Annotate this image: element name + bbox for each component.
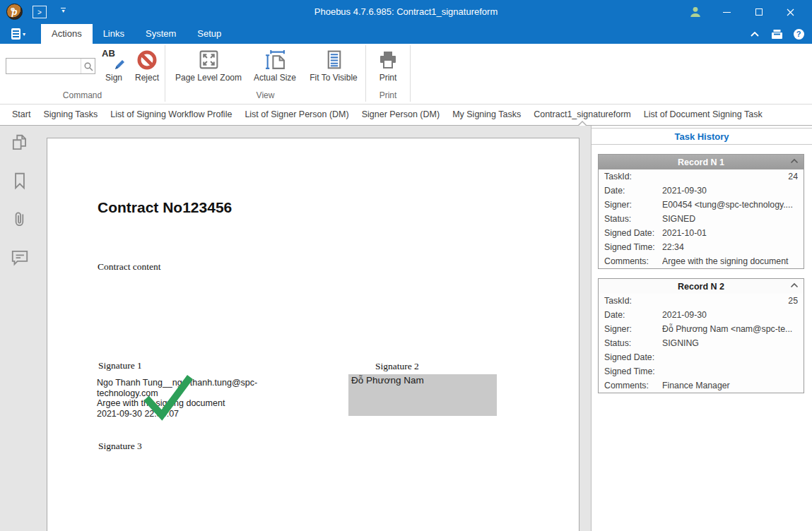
app-menu-button[interactable]: ▾ <box>11 27 33 41</box>
print-button[interactable]: Print <box>370 45 406 90</box>
help-icon: ? <box>794 29 804 40</box>
record1-taskid-row: TaskId: 24 <box>599 169 804 184</box>
sign-button[interactable]: AB Sign <box>98 45 129 90</box>
tab-contract1-signatureform[interactable]: Contract1_signatureform <box>527 105 637 125</box>
record1-status-row: Status: SIGNED <box>599 212 804 226</box>
record2-date-row: Date: 2021-09-30 <box>599 308 804 322</box>
minimize-icon <box>723 12 731 13</box>
tab-list-of-document-signing-task[interactable]: List of Document Signing Task <box>637 105 769 125</box>
main-area: Contract No123456 Contract content Signa… <box>0 126 812 531</box>
bookmark-icon[interactable] <box>10 171 30 191</box>
record2-taskid-row: TaskId: 25 <box>599 294 804 308</box>
reject-button[interactable]: Reject <box>129 45 165 90</box>
ribbon-tab-row: ▾ Actions Links System Setup ? <box>0 24 812 44</box>
signature3-label: Signature 3 <box>98 441 142 452</box>
search-icon[interactable] <box>81 59 95 73</box>
fit-to-visible-button[interactable]: Fit To Visible <box>302 45 365 90</box>
signature2-field[interactable]: Đỗ Phương Nam <box>348 374 497 416</box>
task-history-title: Task History <box>592 128 812 145</box>
window-layout-button[interactable] <box>770 28 783 40</box>
tab-my-signing-tasks[interactable]: My Signing Tasks <box>446 105 527 125</box>
signature2-label: Signature 2 <box>375 361 419 372</box>
actual-size-button[interactable]: Actual Size <box>248 45 302 90</box>
record2-comments-row: Comments: Finance Manager <box>599 378 804 393</box>
tab-list-of-signer-person-dm[interactable]: List of Signer Person (DM) <box>238 105 355 125</box>
document-tools-sidebar <box>10 133 30 267</box>
contract-content-label: Contract content <box>98 261 161 273</box>
reject-label: Reject <box>135 73 159 83</box>
maximize-button[interactable] <box>743 0 775 24</box>
ribbon-tab-actions[interactable]: Actions <box>41 24 93 44</box>
record1-comments-row: Comments: Argee with the signing documen… <box>599 254 804 268</box>
ribbon-search <box>6 58 95 74</box>
actual-size-icon <box>264 49 286 71</box>
sign-icon: AB <box>101 48 126 71</box>
fit-to-visible-label: Fit To Visible <box>310 73 358 83</box>
task-history-record-1: Record N 1 TaskId: 24 Date: 2021-09-30 S… <box>598 154 804 269</box>
page-level-zoom-label: Page Level Zoom <box>175 73 242 83</box>
title-bar: p > ▾ Phoebus 4.7.6.985: Contract1_signa… <box>0 0 812 24</box>
comment-icon[interactable] <box>10 247 30 267</box>
tab-list-of-signing-workflow-profile[interactable]: List of Signing Workflow Profile <box>104 105 238 125</box>
record1-signed-date-row: Signed Date: 2021-10-01 <box>599 226 804 240</box>
record1-signed-time-row: Signed Time: 22:34 <box>599 240 804 254</box>
ribbon-tab-links[interactable]: Links <box>93 24 135 44</box>
record2-header[interactable]: Record N 2 <box>599 279 804 294</box>
fit-to-visible-icon <box>323 49 345 71</box>
document-page: Contract No123456 Contract content Signa… <box>47 138 579 531</box>
person-icon <box>688 5 702 19</box>
task-history-panel: Task History Record N 1 TaskId: 24 Date:… <box>591 126 812 531</box>
print-label: Print <box>379 73 397 83</box>
chevron-up-icon <box>751 32 759 37</box>
signed-check-icon <box>141 373 196 421</box>
page-level-zoom-button[interactable]: Page Level Zoom <box>170 45 247 90</box>
chevron-up-icon[interactable] <box>790 158 799 164</box>
close-button[interactable] <box>775 0 806 24</box>
paperclip-icon[interactable] <box>10 209 30 229</box>
record2-status-row: Status: SIGNING <box>599 336 804 350</box>
view-group-label: View <box>165 90 365 102</box>
ribbon-tab-system[interactable]: System <box>135 24 187 44</box>
page-level-zoom-icon <box>198 49 220 71</box>
record2-title: Record N 2 <box>599 282 804 292</box>
ribbon-tab-setup[interactable]: Setup <box>187 24 232 44</box>
user-account-icon[interactable] <box>679 0 711 24</box>
app-menu-icon <box>11 28 20 40</box>
signature1-label: Signature 1 <box>98 360 142 371</box>
sign-label: Sign <box>105 73 122 83</box>
collapse-ribbon-button[interactable] <box>748 28 761 40</box>
close-icon <box>787 8 794 16</box>
record2-signed-date-row: Signed Date: <box>599 350 804 364</box>
chevron-up-icon[interactable] <box>790 282 799 288</box>
group-separator <box>410 45 411 102</box>
archive-box-icon <box>771 29 783 40</box>
record1-date-row: Date: 2021-09-30 <box>599 184 804 198</box>
print-icon <box>377 49 399 71</box>
command-group-label: Command <box>0 90 165 102</box>
contract-title: Contract No123456 <box>98 199 232 216</box>
actual-size-label: Actual Size <box>254 73 296 83</box>
search-input[interactable] <box>6 59 81 73</box>
chevron-down-icon: ▾ <box>23 31 25 37</box>
copy-pages-icon[interactable] <box>10 133 30 153</box>
tab-signer-person-dm[interactable]: Signer Person (DM) <box>355 105 446 125</box>
print-group-label: Print <box>366 90 410 102</box>
maximize-icon <box>755 8 763 16</box>
record1-header[interactable]: Record N 1 <box>599 155 804 169</box>
minimize-button[interactable] <box>711 0 743 24</box>
task-history-record-2: Record N 2 TaskId: 25 Date: 2021-09-30 S… <box>598 278 804 393</box>
tab-signing-tasks[interactable]: Signing Tasks <box>37 105 104 125</box>
document-tab-strip: Start Signing Tasks List of Signing Work… <box>0 105 812 126</box>
tab-start[interactable]: Start <box>6 105 37 125</box>
record1-signer-row: Signer: E00454 <tung@spc-technology.... <box>599 198 804 212</box>
reject-icon <box>136 49 158 71</box>
ribbon: AB Sign Reject <box>0 44 812 105</box>
record1-title: Record N 1 <box>599 157 804 167</box>
help-button[interactable]: ? <box>792 28 805 40</box>
record2-signer-row: Signer: Đỗ Phương Nam <nam@spc-te... <box>599 322 804 336</box>
record2-signed-time-row: Signed Time: <box>599 364 804 378</box>
